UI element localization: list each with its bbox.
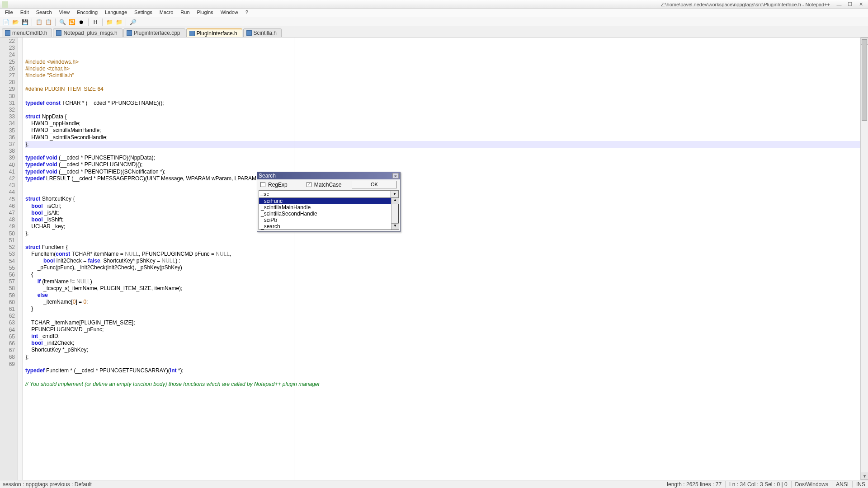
menu-window[interactable]: Window <box>217 9 241 17</box>
suggestion-item[interactable]: _scintillaMainHandle <box>259 204 398 211</box>
scroll-down-icon[interactable]: ▼ <box>861 473 868 480</box>
code-line[interactable]: bool _isShift; <box>25 216 866 223</box>
menu-edit[interactable]: Edit <box>17 9 32 17</box>
code-line[interactable]: struct ShortcutKey { <box>25 196 866 202</box>
ok-button[interactable]: OK <box>352 181 397 188</box>
minimize-button[interactable]: — <box>834 1 844 8</box>
code-line[interactable]: }; <box>25 354 866 361</box>
code-line[interactable] <box>25 361 866 367</box>
suggestion-item[interactable]: _scintillaSecondHandle <box>259 211 398 217</box>
suggestion-scrollbar[interactable]: ▲ ▼ <box>391 198 398 230</box>
code-line[interactable] <box>25 374 866 381</box>
code-line[interactable]: bool _init2Check; <box>25 340 866 347</box>
code-line[interactable] <box>25 93 866 100</box>
code-line[interactable]: int _cmdID; <box>25 333 866 340</box>
code-line[interactable]: bool init2Check = false, ShortcutKey* pS… <box>25 258 866 264</box>
code-line[interactable]: if (itemName != NULL) <box>25 278 866 285</box>
search-dialog[interactable]: Search ✕ RegExp ✓ MatchCase OK ▼ _sciFun… <box>257 172 401 232</box>
menu-encoding[interactable]: Encoding <box>74 9 101 17</box>
menu-macro[interactable]: Macro <box>156 9 177 17</box>
code-line[interactable]: typedef const TCHAR * (__cdecl * PFUNCGE… <box>25 100 866 107</box>
paste-icon[interactable]: 📋 <box>44 18 52 26</box>
code-line[interactable] <box>25 182 866 189</box>
code-line[interactable]: #include <windows.h> <box>25 59 866 66</box>
code-line[interactable]: HWND _nppHandle; <box>25 120 866 127</box>
code-line[interactable]: typedef void (__cdecl * PFUNCSETINFO)(Np… <box>25 155 866 161</box>
code-line[interactable]: struct FuncItem { <box>25 244 866 251</box>
code-line[interactable]: typedef void (__cdecl * PFUNCPLUGINCMD)(… <box>25 161 866 168</box>
code-line[interactable] <box>25 148 866 155</box>
suggestion-item[interactable]: _sciFunc <box>259 198 398 204</box>
menu-plugins[interactable]: Plugins <box>194 9 217 17</box>
code-line[interactable]: HWND _scintillaMainHandle; <box>25 127 866 134</box>
code-line[interactable] <box>25 79 866 86</box>
code-line[interactable]: UCHAR _key; <box>25 223 866 230</box>
save-icon[interactable]: 💾 <box>21 18 29 26</box>
code-line[interactable] <box>25 237 866 244</box>
code-line[interactable]: _tcscpy_s(_itemName, PLUGIN_ITEM_SIZE, i… <box>25 285 866 292</box>
menu-language[interactable]: Language <box>102 9 130 17</box>
code-line[interactable]: _itemName[0] = 0; <box>25 299 866 305</box>
dropdown-toggle-icon[interactable]: ▼ <box>391 190 399 198</box>
menu-run[interactable]: Run <box>177 9 193 17</box>
code-line[interactable]: PFUNCPLUGINCMD _pFunc; <box>25 326 866 333</box>
new-file-icon[interactable]: 📄 <box>2 18 10 26</box>
code-line[interactable]: FuncItem(const TCHAR* itemName = NULL, P… <box>25 251 866 258</box>
matchcase-checkbox[interactable]: ✓ <box>307 182 311 187</box>
suggestion-list[interactable]: _sciFunc_scintillaMainHandle_scintillaSe… <box>259 198 399 230</box>
gear-icon[interactable]: H <box>91 18 99 26</box>
suggestion-item[interactable]: _search <box>259 223 398 230</box>
code-line[interactable]: #include <tchar.h> <box>25 66 866 72</box>
file-tab[interactable]: Scintilla.h <box>243 28 282 37</box>
code-line[interactable]: HWND _scintillaSecondHandle; <box>25 134 866 141</box>
regexp-checkbox[interactable] <box>260 182 265 187</box>
maximize-button[interactable]: ☐ <box>844 1 855 8</box>
code-line[interactable] <box>25 189 866 196</box>
copy-icon[interactable]: 📋 <box>35 18 43 26</box>
folder-icon[interactable]: 📁 <box>105 18 113 26</box>
folder2-icon[interactable]: 📁 <box>115 18 123 26</box>
code-area[interactable]: #include <windows.h>#include <tchar.h>#i… <box>23 38 868 480</box>
fold-column[interactable] <box>18 38 23 480</box>
code-line[interactable]: typedef FuncItem * (__cdecl * PFUNCGETFU… <box>25 367 866 374</box>
vertical-scrollbar[interactable]: ▲ ▼ <box>860 38 868 480</box>
menu-search[interactable]: Search <box>33 9 55 17</box>
editor[interactable]: 2223242526272829303132333435363738394041… <box>0 38 868 480</box>
code-line[interactable]: typedef void (__cdecl * PBENOTIFIED)(SCN… <box>25 169 866 175</box>
code-line[interactable]: else <box>25 292 866 299</box>
open-file-icon[interactable]: 📂 <box>11 18 19 26</box>
dialog-close-button[interactable]: ✕ <box>392 173 399 178</box>
code-line[interactable] <box>25 107 866 113</box>
menu-file[interactable]: File <box>2 9 16 17</box>
code-line[interactable]: // You should implement (or define an em… <box>25 381 866 388</box>
suggest-scroll-down-icon[interactable]: ▼ <box>392 223 399 230</box>
code-line[interactable]: TCHAR _itemName[PLUGIN_ITEM_SIZE]; <box>25 319 866 326</box>
code-line[interactable]: { <box>25 271 866 278</box>
search-input[interactable] <box>259 190 391 198</box>
file-tab[interactable]: menuCmdID.h <box>2 28 52 37</box>
code-line[interactable]: typedef LRESULT (__cdecl * PMESSAGEPROC)… <box>25 175 866 182</box>
file-tab[interactable]: Notepad_plus_msgs.h <box>53 28 122 37</box>
code-line[interactable]: #define PLUGIN_ITEM_SIZE 64 <box>25 86 866 93</box>
menu-?[interactable]: ? <box>242 9 251 17</box>
menu-settings[interactable]: Settings <box>131 9 156 17</box>
menu-view[interactable]: View <box>56 9 73 17</box>
replace-icon[interactable]: 🔁 <box>68 18 76 26</box>
code-line[interactable]: _pFunc(pFunc), _init2Check(init2Check), … <box>25 264 866 271</box>
code-line[interactable] <box>25 313 866 319</box>
code-line[interactable]: #include "Scintilla.h" <box>25 72 866 79</box>
file-tab[interactable]: PluginInterface.cpp <box>123 28 185 37</box>
code-line[interactable]: }; <box>25 230 866 237</box>
code-line[interactable]: ShortcutKey *_pShKey; <box>25 347 866 353</box>
code-line[interactable]: bool _isCtrl; <box>25 203 866 210</box>
suggestion-item[interactable]: _sciPtr <box>259 217 398 223</box>
code-line[interactable]: bool _isAlt; <box>25 210 866 216</box>
close-button[interactable]: ✕ <box>855 1 866 8</box>
code-line[interactable]: } <box>25 305 866 312</box>
code-line[interactable]: struct NppData { <box>25 113 866 120</box>
code-line[interactable]: }; <box>25 141 866 148</box>
zoom-icon[interactable]: 🔎 <box>129 18 137 26</box>
scroll-thumb[interactable] <box>862 39 867 121</box>
find-icon[interactable]: 🔍 <box>58 18 66 26</box>
suggest-scroll-up-icon[interactable]: ▲ <box>392 198 399 204</box>
